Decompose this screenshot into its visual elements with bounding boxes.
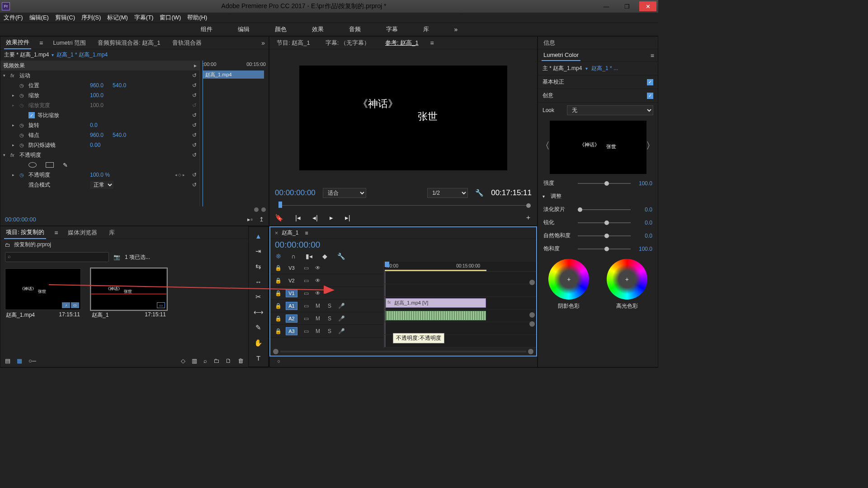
icon-view-icon[interactable]: ▦	[17, 357, 22, 364]
track-select-tool-icon[interactable]: ⇥	[253, 247, 264, 255]
tab-info[interactable]: 信息	[542, 37, 557, 49]
section-enable-checkbox[interactable]: ✓	[647, 93, 653, 99]
mute-icon[interactable]: M	[315, 328, 321, 334]
track-target[interactable]: A1	[286, 302, 297, 310]
twisty-icon[interactable]: ▾	[3, 153, 8, 157]
play-only-icon[interactable]: ▸▫	[247, 216, 253, 223]
menu-sequence[interactable]: 序列(S)	[80, 13, 103, 23]
panel-menu-icon[interactable]: ≡	[430, 39, 434, 47]
lumetri-master[interactable]: 主 * 赵高_1.mp4	[542, 65, 582, 72]
section-basic-correction[interactable]: 基本校正 ✓	[538, 75, 658, 89]
lane-a1[interactable]: 不透明度:不透明度	[384, 310, 536, 322]
sync-lock-icon[interactable]: ▭	[303, 303, 309, 309]
anchor-y-value[interactable]: 540.0	[113, 132, 126, 138]
zoom-fit-select[interactable]: 适合	[323, 188, 366, 198]
razor-tool-icon[interactable]: ✂	[253, 293, 264, 301]
opacity-value[interactable]: 100.0 %	[90, 172, 110, 178]
play-icon[interactable]: ▸	[194, 62, 197, 69]
type-tool-icon[interactable]: T	[253, 354, 264, 362]
thumbnail[interactable]: 《神话》 张世 ♪▭	[5, 268, 81, 310]
effect-motion[interactable]: ▾ fx 运动 ↺	[0, 70, 199, 80]
stopwatch-icon[interactable]: ◷	[19, 132, 26, 138]
uniform-scale-checkbox[interactable]: ✓	[28, 112, 35, 118]
minimize-button[interactable]: —	[598, 1, 615, 11]
timeline-timecode[interactable]: 00:00:00:00	[275, 240, 320, 250]
scale-value[interactable]: 100.0	[90, 92, 104, 99]
track-target[interactable]: A3	[286, 327, 297, 335]
ec-clip-bar[interactable]: 赵高_1.mp4	[203, 70, 264, 79]
lane-v3[interactable]	[384, 272, 536, 284]
step-forward-icon[interactable]: ▸|	[345, 214, 350, 222]
next-look-icon[interactable]: 〉	[646, 140, 655, 152]
mute-icon[interactable]: M	[315, 303, 321, 309]
tab-lumetri-scopes[interactable]: Lumetri 范围	[51, 37, 88, 49]
timeline-playhead[interactable]	[385, 262, 389, 267]
pos-x-value[interactable]: 960.0	[90, 82, 104, 89]
panel-menu-icon[interactable]: ≡	[39, 39, 43, 47]
scroll-cap-icon[interactable]	[261, 207, 266, 212]
menu-clip[interactable]: 剪辑(C)	[53, 13, 77, 23]
slider-track[interactable]	[578, 222, 631, 223]
reset-icon[interactable]: ↺	[192, 152, 197, 158]
reset-icon[interactable]: ↺	[192, 82, 197, 89]
freeform-icon[interactable]: ○─	[28, 357, 36, 364]
workspace-audio[interactable]: 音频	[344, 23, 365, 35]
menu-edit[interactable]: 编辑(E)	[28, 13, 51, 23]
toggle-output-icon[interactable]: 👁	[315, 277, 321, 284]
stopwatch-icon[interactable]: ◷	[19, 172, 26, 178]
zoom-cap-right-icon[interactable]	[528, 349, 533, 354]
snap-icon[interactable]: ❊	[276, 253, 281, 260]
section-adjust[interactable]: ▾ 调整	[538, 190, 658, 203]
scroll-cap-icon[interactable]	[529, 321, 535, 327]
work-area-bar[interactable]	[385, 270, 486, 271]
reset-icon[interactable]: ↺	[192, 122, 197, 128]
zoom-cap-left-icon[interactable]	[273, 349, 278, 354]
resolution-select[interactable]: 1/2	[427, 188, 468, 198]
reset-icon[interactable]: ↺	[192, 182, 197, 188]
slider-value[interactable]: 0.0	[634, 206, 652, 213]
new-bin-icon[interactable]: 🗀	[213, 357, 219, 364]
twisty-icon[interactable]: ▸	[12, 123, 17, 127]
list-view-icon[interactable]: ▤	[5, 357, 10, 364]
workspace-assembly[interactable]: 组件	[196, 23, 217, 35]
slider-thumb[interactable]	[604, 221, 609, 225]
linked-selection-icon[interactable]: ∩	[291, 253, 296, 260]
twisty-icon[interactable]: ▸	[12, 143, 17, 147]
panel-menu-icon[interactable]: ≡	[54, 229, 58, 236]
lumetri-instance[interactable]: 赵高_1 * ...	[591, 65, 618, 72]
slider-value[interactable]: 100.0	[634, 180, 652, 187]
voiceover-icon[interactable]: 🎤	[338, 328, 344, 334]
wheel-center-icon[interactable]: +	[625, 276, 629, 283]
reset-icon[interactable]: ↺	[192, 132, 197, 138]
slider-track[interactable]	[578, 249, 631, 249]
toggle-output-icon[interactable]: 👁	[315, 290, 321, 296]
scrub-endcap-icon[interactable]	[526, 203, 531, 208]
menu-window[interactable]: 窗口(W)	[158, 13, 183, 23]
add-button-icon[interactable]: ＋	[525, 213, 532, 222]
section-creative[interactable]: 创意 ✓	[538, 89, 658, 103]
sync-lock-icon[interactable]: ▭	[303, 290, 309, 296]
reset-icon[interactable]: ↺	[192, 172, 197, 178]
slider-thumb[interactable]	[578, 207, 582, 212]
menu-marker[interactable]: 标记(M)	[105, 13, 130, 23]
reset-icon[interactable]: ↺	[192, 112, 197, 118]
section-enable-checkbox[interactable]: ✓	[647, 79, 653, 85]
track-header-A3[interactable]: 🔒 A3 ▭ M S 🎤	[270, 325, 383, 338]
ripple-tool-icon[interactable]: ⇆	[253, 263, 264, 271]
timeline-zoom-scroll[interactable]	[270, 347, 536, 356]
play-icon[interactable]: ▸	[330, 214, 333, 222]
tab-lumetri-color[interactable]: Lumetri Color	[542, 50, 580, 61]
slider-thumb[interactable]	[604, 234, 609, 238]
project-item[interactable]: 《神话》 张世 ♪▭ 赵高_1.mp417:15:11	[5, 268, 81, 320]
stopwatch-icon[interactable]: ◷	[19, 122, 26, 128]
automate-icon[interactable]: ▥	[192, 357, 197, 364]
wrench-icon[interactable]: 🔧	[475, 189, 484, 197]
timeline-tracks[interactable]: :00:00 00:15:00:00 fx 赵高_1.mp4 [V]	[384, 262, 536, 347]
workspace-overflow-icon[interactable]: »	[450, 24, 462, 35]
bin-icon[interactable]: 🗀	[5, 242, 10, 248]
shadow-wheel[interactable]: + 阴影色彩	[548, 259, 589, 310]
add-marker-icon[interactable]: ◆	[322, 253, 327, 260]
ec-master-clip[interactable]: 主要 * 赵高_1.mp4	[4, 51, 49, 59]
highlight-wheel[interactable]: + 高光色彩	[607, 259, 647, 310]
sync-lock-icon[interactable]: ▭	[303, 265, 309, 271]
